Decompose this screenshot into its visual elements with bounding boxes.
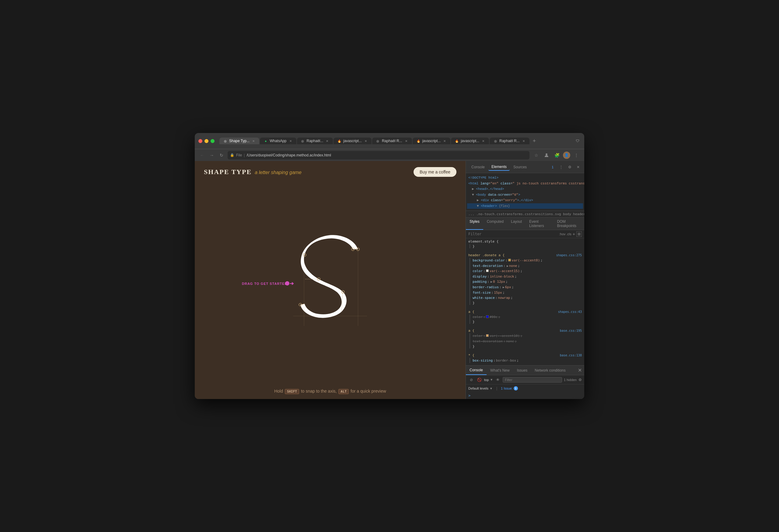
tab-close-raphael2[interactable]: ✕: [404, 139, 408, 143]
tab-label-javascript1: javascript...: [343, 139, 362, 143]
tab-shape-type[interactable]: ◎ Shape Typ... ✕: [220, 137, 259, 144]
tab-raphael1[interactable]: ◎ Raphaël... ✕: [297, 137, 333, 144]
tab-close-shape-type[interactable]: ✕: [251, 139, 256, 143]
console-tab-whats-new[interactable]: What's New: [487, 365, 513, 375]
style-source-donate[interactable]: shapes.css:275: [556, 253, 582, 257]
avatar[interactable]: 👤: [563, 152, 570, 159]
a-color-swatch[interactable]: [486, 315, 489, 318]
console-close-button[interactable]: ✕: [578, 367, 582, 373]
drag-arrow-icon: ➔: [290, 281, 294, 286]
tab-whatsapp[interactable]: ● WhatsApp ✕: [260, 137, 296, 144]
s-letter-container[interactable]: DRAG TO GET STARTED ➔: [288, 226, 373, 341]
devtools-tab-elements[interactable]: Elements: [488, 164, 510, 171]
style-rule-a-shapes: a { shapes.css:43 color: #00c; }: [467, 309, 583, 326]
style-rule-star: * { base.css:138 box-sizing: border-box;: [467, 352, 583, 365]
style-prop-box-sizing: box-sizing: border-box;: [473, 358, 582, 363]
page-header: SHAPE TYPE a letter shaping game Buy me …: [195, 161, 466, 183]
html-line-sorry[interactable]: ▶ <div class="sorry">…</div>: [467, 197, 583, 203]
tab-close-javascript1[interactable]: ✕: [364, 139, 368, 143]
style-rule-element: element.style { }: [467, 238, 583, 249]
style-close-brace-a-base: }: [473, 345, 475, 349]
styles-tab-styles[interactable]: Styles: [466, 218, 483, 230]
forward-button[interactable]: →: [208, 152, 216, 159]
tab-raphael2[interactable]: ◎ Raphaël R... ✕: [372, 137, 412, 144]
html-line-header[interactable]: ▼ <header> {flex}: [467, 203, 583, 209]
back-button[interactable]: ←: [198, 152, 206, 159]
console-tab-network[interactable]: Network conditions: [531, 365, 569, 375]
console-filter-button[interactable]: 🚫: [476, 377, 482, 383]
console-tab-issues[interactable]: Issues: [513, 365, 531, 375]
close-button[interactable]: [198, 139, 202, 143]
tab-javascript1[interactable]: 🔥 javascript... ✕: [334, 137, 371, 144]
issues-count-badge[interactable]: 1: [549, 164, 556, 171]
color-format-button[interactable]: ⊞: [576, 231, 582, 237]
tab-javascript3[interactable]: 🔥 javascript... ✕: [451, 137, 489, 144]
console-settings-icon[interactable]: ⚙: [579, 378, 582, 382]
add-rule-button[interactable]: +: [573, 232, 575, 236]
style-prop-a-color-base: color: var(--accent10);: [473, 333, 582, 339]
buy-coffee-button[interactable]: Buy me a coffee: [414, 167, 457, 177]
page-canvas[interactable]: DRAG TO GET STARTED ➔: [195, 183, 466, 384]
console-prompt[interactable]: >: [466, 392, 584, 399]
new-tab-button[interactable]: +: [530, 137, 539, 145]
html-line-doctype: <!DOCTYPE html>: [467, 175, 583, 181]
issues-badge[interactable]: 1 Issue: 1: [501, 386, 518, 391]
tab-label-raphael1: Raphaël...: [307, 139, 323, 143]
devtools-tab-sources[interactable]: Sources: [510, 164, 530, 170]
console-eye-button[interactable]: 👁: [495, 377, 501, 383]
tab-javascript2[interactable]: 🔥 javascript... ✕: [413, 137, 451, 144]
tab-close-whatsapp[interactable]: ✕: [289, 139, 293, 143]
style-prop-display: display: inline-block;: [473, 274, 582, 279]
tab-favicon-raphael3: ◎: [493, 139, 497, 143]
devtools-more-button[interactable]: ⋮: [557, 164, 565, 171]
styles-tab-layout[interactable]: Layout: [507, 218, 526, 230]
devtools-tab-console[interactable]: Console: [468, 164, 488, 170]
style-prop-a-textdec-base: text-decoration: none;: [473, 339, 582, 344]
tab-raphael3[interactable]: ◎ Raphaël R... ✕: [490, 137, 530, 144]
extensions-button[interactable]: 🧩: [553, 151, 561, 160]
console-levels[interactable]: Default levels ▼: [468, 387, 493, 390]
html-line-body[interactable]: ▼ <body data-screen="0">: [467, 192, 583, 198]
reload-button[interactable]: ↻: [218, 152, 225, 159]
clear-console-button[interactable]: ⊘: [468, 377, 474, 383]
bookmark-button[interactable]: ☆: [532, 151, 540, 160]
color-swatch[interactable]: [486, 269, 489, 272]
a-base-color-swatch[interactable]: [486, 334, 489, 337]
tab-close-raphael3[interactable]: ✕: [522, 139, 526, 143]
styles-tab-computed[interactable]: Computed: [483, 218, 507, 230]
filter-input[interactable]: [468, 232, 559, 236]
styles-tab-event-listeners[interactable]: Event Listeners: [526, 218, 553, 230]
devtools-close-button[interactable]: ✕: [575, 164, 582, 171]
style-selector-element: element.style {: [468, 240, 498, 243]
style-source-a-shapes[interactable]: shapes.css:43: [558, 310, 582, 313]
tab-favicon-javascript3: 🔥: [455, 139, 459, 143]
lock-icon: 🔒: [230, 153, 234, 157]
style-prop-white-space: white-space: nowrap;: [473, 295, 582, 301]
devtools-settings-button[interactable]: ⚙: [566, 164, 573, 171]
devtools-icons: 1 ⋮ ⚙ ✕: [549, 164, 582, 171]
maximize-button[interactable]: [211, 139, 215, 143]
style-source-a-base[interactable]: base.css:195: [560, 329, 582, 332]
minimize-button[interactable]: [204, 139, 208, 143]
console-filter-input[interactable]: [503, 377, 562, 382]
address-field[interactable]: 🔒 File | /Users/duopixel/Coding/shape.me…: [228, 151, 530, 160]
tab-close-raphael1[interactable]: ✕: [325, 139, 329, 143]
tab-close-javascript3[interactable]: ✕: [481, 139, 485, 143]
tab-favicon-javascript2: 🔥: [416, 139, 421, 143]
style-block-element: }: [470, 244, 582, 248]
tab-label-raphael2: Raphaël R...: [382, 139, 402, 143]
prompt-arrow-icon: >: [468, 394, 470, 398]
profile-icon[interactable]: [542, 151, 551, 160]
html-line-head[interactable]: ▶ <head>…</head>: [467, 186, 583, 192]
style-source-star[interactable]: base.css:138: [560, 354, 582, 357]
styles-tab-dom-breakpoints[interactable]: DOM Breakpoints: [553, 218, 584, 230]
style-rule-header-donate: header .donate a { shapes.css:275: [468, 253, 582, 257]
menu-button[interactable]: ⋮: [572, 151, 581, 160]
control-point-dot[interactable]: [285, 281, 289, 286]
bg-color-swatch[interactable]: [508, 259, 511, 261]
console-context[interactable]: top ▼: [484, 378, 493, 381]
tab-close-javascript2[interactable]: ✕: [442, 139, 447, 143]
console-tab-console[interactable]: Console: [466, 365, 487, 375]
s-letter-svg: [288, 226, 373, 341]
style-rule-donate: header .donate a { shapes.css:275 backgr…: [467, 252, 583, 306]
